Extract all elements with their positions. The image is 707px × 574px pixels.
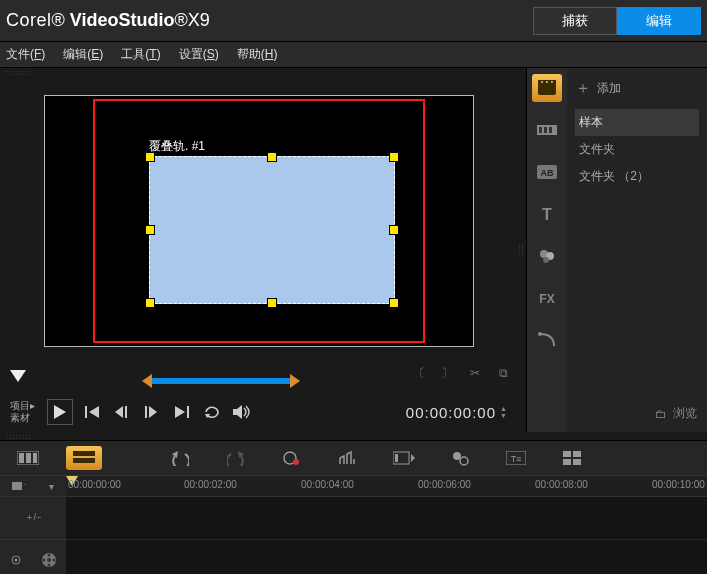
svg-point-13 <box>541 81 543 83</box>
resize-handle-se[interactable] <box>389 298 399 308</box>
motion-track-button[interactable] <box>442 446 478 470</box>
add-folder-button[interactable]: ＋ 添加 <box>575 74 699 109</box>
svg-rect-11 <box>538 83 556 95</box>
tab-capture[interactable]: 捕获 <box>533 7 617 35</box>
menu-help[interactable]: 帮助(H) <box>237 46 278 63</box>
auto-music-button[interactable] <box>386 446 422 470</box>
menu-edit[interactable]: 编辑(E) <box>63 46 103 63</box>
browse-button[interactable]: 🗀 浏览 <box>655 405 697 422</box>
prev-frame-button[interactable] <box>111 401 133 423</box>
repeat-button[interactable] <box>201 401 223 423</box>
tab-edit[interactable]: 编辑 <box>617 7 701 35</box>
timecode-display[interactable]: 00:00:00:00 ▲▼ <box>406 404 508 421</box>
svg-rect-47 <box>563 459 571 465</box>
svg-point-55 <box>48 554 51 557</box>
trim-range[interactable] <box>150 378 292 384</box>
add-marker-icon[interactable]: + <box>12 480 26 492</box>
timecode-value: 00:00:00:00 <box>406 404 496 421</box>
product-text: VideoStudio <box>70 10 175 30</box>
brand-text: Corel <box>6 10 52 30</box>
svg-marker-10 <box>233 405 242 419</box>
library-category-strip: AB T FX <box>527 68 567 432</box>
resize-handle-w[interactable] <box>145 225 155 235</box>
next-frame-button[interactable] <box>141 401 163 423</box>
redo-button[interactable] <box>218 446 254 470</box>
audio-mixer-button[interactable] <box>330 446 366 470</box>
pane-grip-vertical[interactable]: ::::: <box>518 68 526 432</box>
menu-file[interactable]: 文件(F) <box>6 46 45 63</box>
library-folder-list: ＋ 添加 样本 文件夹 文件夹 （2） <box>567 68 707 432</box>
undo-button[interactable] <box>162 446 198 470</box>
library-item-sample[interactable]: 样本 <box>575 109 699 136</box>
tick-4: 00:00:08:00 <box>535 479 588 490</box>
svg-rect-48 <box>573 459 581 465</box>
svg-rect-39 <box>395 454 398 462</box>
svg-rect-5 <box>145 406 147 418</box>
resize-handle-sw[interactable] <box>145 298 155 308</box>
timeline-ruler[interactable]: + ▾ 00:00:00:00 00:00:02:00 00:00:04:00 … <box>0 475 707 497</box>
go-start-button[interactable] <box>81 401 103 423</box>
svg-rect-17 <box>539 127 542 133</box>
overlay-track-lane[interactable] <box>66 540 707 575</box>
overlay-clip[interactable] <box>149 156 395 304</box>
scrub-playhead[interactable] <box>10 370 26 382</box>
volume-button[interactable] <box>231 401 253 423</box>
multicam-button[interactable] <box>554 446 590 470</box>
plus-minus-icon[interactable]: ＋/− <box>25 513 42 522</box>
svg-point-57 <box>48 564 51 567</box>
chapter-icon[interactable]: ▾ <box>49 481 54 492</box>
menu-settings[interactable]: 设置(S) <box>179 46 219 63</box>
svg-point-15 <box>551 81 553 83</box>
svg-rect-4 <box>125 406 127 418</box>
app-logo: Corel® VideoStudio®X9 <box>6 10 210 31</box>
subtitle-button[interactable]: T≡ <box>498 446 534 470</box>
preview-canvas[interactable]: 覆叠轨. #1 <box>44 95 474 347</box>
path-category-icon[interactable] <box>532 326 562 354</box>
svg-rect-32 <box>73 451 95 456</box>
video-track-lane[interactable] <box>66 497 707 540</box>
svg-point-58 <box>43 559 46 562</box>
title-category-icon[interactable]: T <box>532 200 562 228</box>
record-button[interactable] <box>274 446 310 470</box>
svg-text:T: T <box>542 206 552 222</box>
graphic-category-icon[interactable] <box>532 242 562 270</box>
resize-handle-s[interactable] <box>267 298 277 308</box>
svg-rect-30 <box>26 453 31 463</box>
go-end-button[interactable] <box>171 401 193 423</box>
resize-handle-ne[interactable] <box>389 152 399 162</box>
menu-bar: 文件(F) 编辑(E) 工具(T) 设置(S) 帮助(H) <box>0 42 707 68</box>
play-button[interactable] <box>47 399 73 425</box>
library-item-folder-2[interactable]: 文件夹 （2） <box>575 163 699 190</box>
pane-grip-top[interactable]: :::::::: <box>0 68 518 76</box>
svg-rect-46 <box>573 451 581 457</box>
mode-clip-label[interactable]: 素材 <box>10 412 35 424</box>
track-lanes[interactable] <box>66 497 707 574</box>
svg-point-25 <box>543 257 549 263</box>
transition-category-icon[interactable]: AB <box>532 158 562 186</box>
instant-project-icon[interactable] <box>532 116 562 144</box>
mode-project-label[interactable]: 项目▸ <box>10 400 35 412</box>
svg-marker-6 <box>149 406 157 418</box>
filter-category-icon[interactable]: FX <box>532 284 562 312</box>
track-visibility-icon[interactable] <box>9 554 23 566</box>
resize-handle-e[interactable] <box>389 225 399 235</box>
library-panel: AB T FX ＋ 添加 样本 文件夹 文件夹 （2） 🗀 浏览 <box>526 68 707 432</box>
tick-5: 00:00:10:00 <box>652 479 705 490</box>
playback-controls: 项目▸ 素材 00:00:00:00 ▲▼ <box>0 392 518 432</box>
svg-point-54 <box>47 558 51 562</box>
resize-handle-n[interactable] <box>267 152 277 162</box>
video-track-header[interactable]: ＋/− <box>0 497 66 540</box>
media-category-icon[interactable] <box>532 74 562 102</box>
storyboard-view-button[interactable] <box>10 446 46 470</box>
resize-handle-nw[interactable] <box>145 152 155 162</box>
menu-tools[interactable]: 工具(T) <box>121 46 160 63</box>
library-item-folder[interactable]: 文件夹 <box>575 136 699 163</box>
overlay-track-header[interactable] <box>0 540 66 575</box>
timeline-panel: T≡ + ▾ 00:00:00:00 00:00:02:00 00:00:04:… <box>0 440 707 574</box>
svg-point-56 <box>53 559 56 562</box>
timecode-spinner[interactable]: ▲▼ <box>500 405 508 419</box>
timeline-view-button[interactable] <box>66 446 102 470</box>
scrub-bar[interactable] <box>10 370 508 392</box>
pane-grip-timeline[interactable]: :::::::: <box>0 432 707 440</box>
tick-0: 00:00:00:00 <box>68 479 121 490</box>
